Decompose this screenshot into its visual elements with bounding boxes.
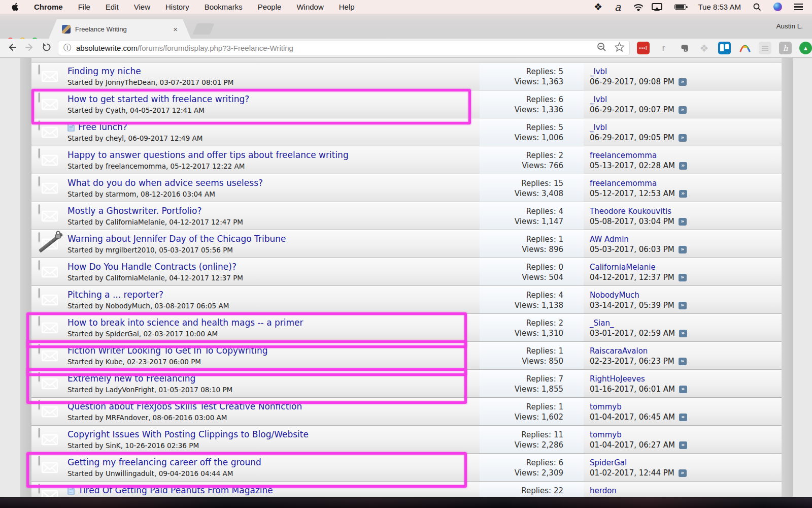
last-poster-link[interactable]: freelancemomma xyxy=(590,179,657,188)
thread-title-link[interactable]: How to get started with freelance writin… xyxy=(67,93,249,105)
menu-item-bookmarks[interactable]: Bookmarks xyxy=(205,3,243,11)
bookmark-star-icon[interactable] xyxy=(615,42,624,54)
zoom-out-icon[interactable] xyxy=(597,42,606,54)
last-poster-link[interactable]: AW Admin xyxy=(590,235,629,244)
last-poster-link[interactable]: tommyb xyxy=(590,402,622,411)
thread-title-link[interactable]: Mostly a Ghostwriter. Portfolio? xyxy=(67,205,201,217)
menu-bar-clock[interactable]: Tue 8:53 AM xyxy=(698,3,741,11)
thread-started-by: Started by starmom, 08-12-2016 03:04 AM xyxy=(67,189,263,200)
dropbox-extension-icon[interactable]: ❖ xyxy=(698,42,710,54)
last-poster-link[interactable]: herdon xyxy=(590,486,617,495)
thread-title-cell: How to get started with freelance writin… xyxy=(31,90,480,118)
views-count: Views: 3,408 xyxy=(480,188,563,199)
go-to-last-post-icon[interactable]: » xyxy=(679,162,687,170)
last-poster-link[interactable]: _lvbl xyxy=(590,67,607,76)
thread-stats-cell: Replies: 2 Views: 766 xyxy=(480,146,584,174)
thread-title-link[interactable]: Pitching a ... reporter? xyxy=(67,289,163,301)
browser-profile-name[interactable]: Austin L. xyxy=(776,22,803,30)
site-favicon xyxy=(62,25,71,34)
back-button[interactable] xyxy=(7,42,17,54)
go-to-last-post-icon[interactable]: » xyxy=(679,330,687,337)
browser-tab[interactable]: Freelance Writing × xyxy=(49,19,191,39)
last-poster-link[interactable]: _lvbl xyxy=(590,123,607,132)
last-poster-link[interactable]: NobodyMuch xyxy=(590,291,639,300)
url-text[interactable]: absolutewrite.com/forums/forumdisplay.ph… xyxy=(76,44,293,52)
evernote-icon[interactable] xyxy=(678,42,690,54)
last-poster-link[interactable]: freelancemomma xyxy=(590,151,657,160)
thread-title-link[interactable]: How to break into science and health mag… xyxy=(67,317,303,329)
page-scrollbar-track[interactable] xyxy=(782,58,793,497)
go-to-last-post-icon[interactable]: » xyxy=(679,302,687,309)
thread-title-link[interactable]: Tired Of Getting Paid Peanuts From Magaz… xyxy=(78,485,273,496)
last-poster-link[interactable]: RaiscaraAvalon xyxy=(590,346,648,356)
thread-title-cell: Warning about Jennifer Day of the Chicag… xyxy=(31,230,480,258)
last-poster-link[interactable]: SpiderGal xyxy=(590,458,627,467)
thread-title-link[interactable]: Copyright Issues With Posting Clippings … xyxy=(67,429,309,440)
thread-title-link[interactable]: Happy to answer questions and offer tips… xyxy=(67,149,349,161)
last-poster-link[interactable]: Theodore Koukouvitis xyxy=(590,207,671,216)
wifi-icon[interactable] xyxy=(633,2,639,12)
address-bar[interactable]: ⓘ absolutewrite.com/forums/forumdisplay.… xyxy=(58,41,630,55)
go-to-last-post-icon[interactable]: » xyxy=(679,414,687,421)
last-poster-link[interactable]: _lvbl xyxy=(590,95,607,104)
trello-icon[interactable] xyxy=(718,42,731,54)
battery-icon[interactable] xyxy=(674,2,686,12)
airplay-icon[interactable] xyxy=(652,2,662,12)
honey-icon[interactable]: h xyxy=(779,42,792,54)
go-to-last-post-icon[interactable]: » xyxy=(679,358,687,365)
go-to-last-post-icon[interactable]: » xyxy=(679,386,687,393)
thread-title-link[interactable]: How Do You Handle Contracts (online)? xyxy=(67,261,236,273)
autograph-a-icon[interactable]: a xyxy=(615,2,621,12)
last-poster-link[interactable]: _Sian_ xyxy=(590,319,614,328)
forward-button[interactable] xyxy=(24,42,35,54)
menu-item-window[interactable]: Window xyxy=(296,3,323,11)
last-post-cell: freelancemomma 05-13-2017, 02:28 AM » xyxy=(584,146,782,174)
thread-title-link[interactable]: Extremely new to Freelancing xyxy=(67,373,195,385)
menu-item-chrome[interactable]: Chrome xyxy=(34,3,63,11)
thread-started-by: Started by mrgilbert2010, 05-03-2017 05:… xyxy=(67,245,286,256)
desktop-background-strip xyxy=(0,497,812,508)
notification-center-icon[interactable] xyxy=(794,2,803,12)
r-reader-icon[interactable]: r xyxy=(657,42,670,54)
green-arrow-icon[interactable]: ▲ xyxy=(799,42,812,54)
thread-row: Copyright Issues With Posting Clippings … xyxy=(31,426,782,454)
thread-title-link[interactable]: Finding my niche xyxy=(67,66,141,77)
go-to-last-post-icon[interactable]: » xyxy=(679,218,687,226)
thread-stats-cell: Replies: 5 Views: 1,363 xyxy=(480,62,584,90)
notes-icon[interactable] xyxy=(759,42,771,54)
go-to-last-post-icon[interactable]: » xyxy=(679,441,687,449)
go-to-last-post-icon[interactable]: » xyxy=(679,246,687,253)
menu-item-view[interactable]: View xyxy=(134,3,150,11)
go-to-last-post-icon[interactable]: » xyxy=(679,106,687,114)
page-info-icon[interactable]: ⓘ xyxy=(63,43,72,53)
menu-item-help[interactable]: Help xyxy=(339,3,355,11)
last-poster-link[interactable]: CaliforniaMelanie xyxy=(590,263,656,272)
thread-title-link[interactable]: Warning about Jennifer Day of the Chicag… xyxy=(67,233,286,245)
last-poster-link[interactable]: tommyb xyxy=(590,430,622,439)
apple-logo-icon[interactable] xyxy=(11,2,19,12)
dropbox-status-icon[interactable]: ❖ xyxy=(594,2,602,12)
thread-title-link[interactable]: Getting my freelancing career off the gr… xyxy=(67,457,261,468)
reload-button[interactable] xyxy=(42,42,52,54)
go-to-last-post-icon[interactable]: » xyxy=(679,134,687,142)
menu-item-file[interactable]: File xyxy=(78,3,90,11)
siri-icon[interactable] xyxy=(773,3,782,11)
lastpass-icon[interactable]: •••ǀ xyxy=(637,42,650,54)
go-to-last-post-icon[interactable]: » xyxy=(679,78,687,86)
last-poster-link[interactable]: RightHoJeeves xyxy=(590,374,645,384)
thread-title-link[interactable]: Free lunch? xyxy=(78,121,127,133)
go-to-last-post-icon[interactable]: » xyxy=(679,469,687,477)
thread-status-icon xyxy=(39,400,61,423)
go-to-last-post-icon[interactable]: » xyxy=(679,190,687,198)
tab-close-icon[interactable]: × xyxy=(173,25,178,34)
thread-title-link[interactable]: Question about FlexJobs Skills Test Crea… xyxy=(67,401,302,412)
spotlight-search-icon[interactable] xyxy=(753,2,761,12)
go-to-last-post-icon[interactable]: » xyxy=(679,274,687,281)
thread-title-link[interactable]: Fiction Writer Looking To Get In To Copy… xyxy=(67,345,268,357)
menu-item-edit[interactable]: Edit xyxy=(106,3,119,11)
thread-title-link[interactable]: What do you do when advice seems useless… xyxy=(67,177,263,189)
menu-item-people[interactable]: People xyxy=(258,3,282,11)
rainbow-arch-icon[interactable] xyxy=(738,42,751,54)
menu-item-history[interactable]: History xyxy=(165,3,189,11)
new-tab-button[interactable] xyxy=(193,23,215,35)
